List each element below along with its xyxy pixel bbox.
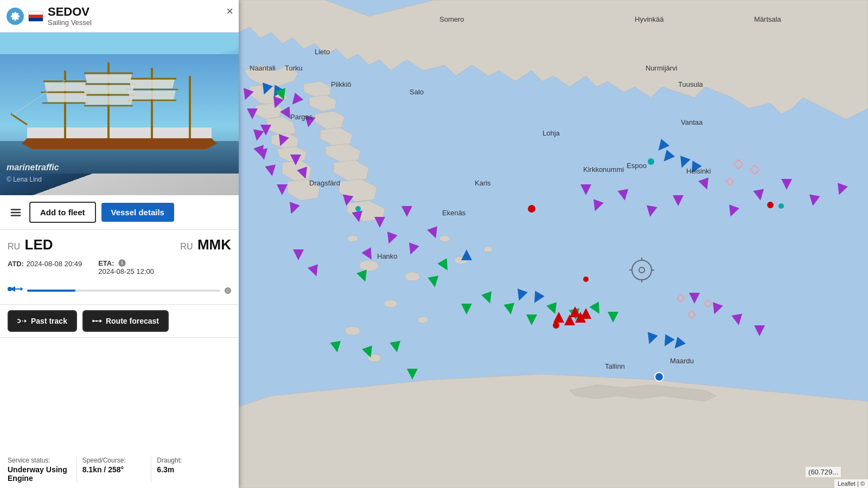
status-bar: Service status: Underway Using Engine Sp…: [0, 451, 239, 488]
dates-row: ATD: 2024-08-08 20:49 ETA: i 2024-08-25 …: [8, 259, 231, 275]
flag-icon: [28, 11, 43, 22]
svg-point-98: [655, 373, 663, 381]
svg-point-82: [583, 277, 589, 282]
route-forecast-icon: [92, 318, 102, 324]
route-info: RU LED RU MMK ATD: 2024-08-08 20:49 ETA:…: [0, 230, 239, 305]
track-buttons-container: Past track Route forecast: [0, 305, 239, 338]
departure-country: RU: [8, 242, 20, 251]
panel-header: SEDOV Sailing Vessel ×: [0, 0, 239, 33]
info-icon[interactable]: i: [118, 259, 126, 267]
speed-course-block: Speed/Course: 8.1kn / 258°: [82, 457, 152, 483]
svg-point-74: [528, 205, 535, 213]
svg-point-6: [347, 235, 358, 242]
svg-point-1: [359, 260, 379, 271]
departure-code: LED: [25, 236, 53, 253]
svg-text:i: i: [121, 261, 123, 266]
vessel-title-block: SEDOV Sailing Vessel: [48, 5, 232, 27]
arrival-country: RU: [180, 242, 193, 251]
svg-point-2: [405, 272, 420, 281]
draught-label: Draught:: [157, 457, 220, 464]
svg-marker-135: [24, 319, 27, 323]
settings-icon-button[interactable]: [7, 8, 24, 25]
menu-icon-button[interactable]: [8, 204, 24, 221]
svg-point-83: [355, 206, 361, 211]
close-button[interactable]: ×: [226, 5, 233, 17]
speed-course-value: 8.1kn / 258°: [82, 465, 146, 474]
service-status-block: Service status: Underway Using Engine: [8, 457, 77, 483]
progress-bar-fill: [27, 290, 75, 292]
progress-destination-dot: [225, 287, 231, 294]
past-track-icon: [17, 318, 27, 324]
route-forecast-button[interactable]: Route forecast: [82, 310, 169, 332]
draught-value: 6.3m: [157, 465, 220, 474]
speed-course-label: Speed/Course:: [82, 457, 146, 464]
atd-label: ATD:: [8, 260, 24, 268]
watermark: marinetraffic: [7, 163, 59, 172]
vessel-image: marinetraffic © Lena Lind: [0, 33, 239, 195]
progress-bar-track: [27, 290, 220, 292]
svg-point-133: [17, 319, 20, 323]
route-forecast-label: Route forecast: [106, 317, 159, 325]
departure-port: RU LED: [8, 236, 53, 253]
svg-point-8: [418, 317, 429, 323]
svg-point-7: [384, 300, 397, 307]
past-track-button[interactable]: Past track: [8, 310, 77, 332]
svg-marker-140: [100, 319, 102, 323]
vessel-type: Sailing Vessel: [48, 18, 232, 27]
leaflet-attribution: Leaflet | ©: [834, 479, 868, 488]
svg-point-85: [778, 203, 784, 209]
svg-marker-132: [21, 287, 23, 291]
svg-point-5: [484, 247, 493, 252]
svg-point-81: [767, 202, 774, 208]
progress-bar-container: [8, 282, 231, 301]
atd-block: ATD: 2024-08-08 20:49: [8, 259, 82, 268]
service-status-value: Underway Using Engine: [8, 465, 71, 483]
vessel-name: SEDOV: [48, 5, 232, 18]
eta-label: ETA:: [98, 259, 114, 267]
svg-point-84: [648, 158, 654, 165]
svg-point-136: [92, 320, 94, 322]
svg-point-4: [439, 235, 450, 242]
route-ports: RU LED RU MMK: [8, 236, 231, 253]
add-to-fleet-button[interactable]: Add to fleet: [29, 202, 96, 223]
svg-rect-107: [27, 127, 212, 138]
ship-progress-icon: [8, 284, 23, 297]
arrival-code: MMK: [197, 236, 231, 253]
photo-credit: © Lena Lind: [7, 176, 42, 183]
atd-value: 2024-08-08 20:49: [27, 260, 82, 268]
action-row: Add to fleet Vessel details: [0, 195, 239, 230]
eta-with-icon: ETA: i: [98, 259, 154, 267]
coordinate-display: (60.729...: [806, 467, 841, 477]
eta-value: 2024-08-25 12:00: [98, 267, 154, 275]
vessel-panel: SEDOV Sailing Vessel ×: [0, 0, 239, 488]
draught-block: Draught: 6.3m: [157, 457, 226, 483]
svg-point-80: [553, 322, 559, 329]
vessel-details-button[interactable]: Vessel details: [101, 203, 174, 222]
arrival-port: RU MMK: [180, 236, 231, 253]
eta-block: ETA: i 2024-08-25 12:00: [98, 259, 154, 275]
past-track-label: Past track: [31, 317, 67, 325]
svg-point-9: [345, 326, 360, 335]
service-status-label: Service status:: [8, 457, 71, 464]
